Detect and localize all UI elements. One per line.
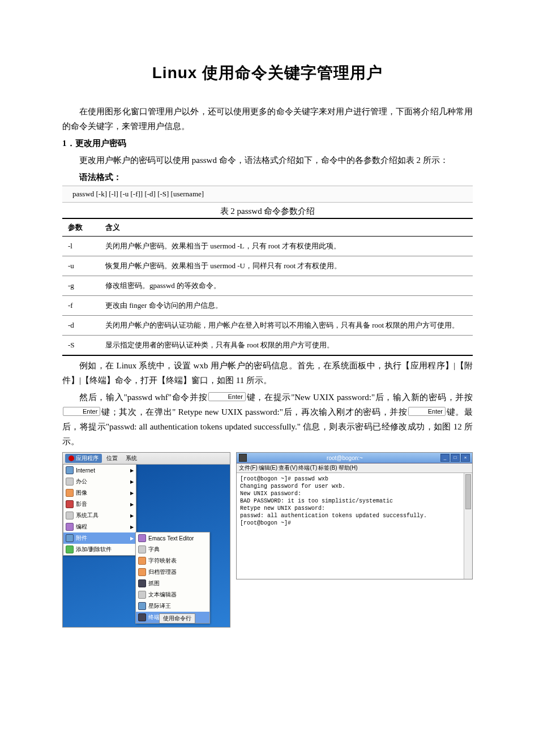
menu-item-office[interactable]: 办公▶ xyxy=(63,476,136,487)
programming-icon xyxy=(66,523,74,531)
page-title: Linux 使用命令关键字管理用户 xyxy=(62,62,473,84)
add-remove-icon xyxy=(66,545,74,553)
window-minimize-button[interactable]: _ xyxy=(440,454,450,462)
system-tools-icon xyxy=(66,512,74,519)
terminal-scrollbar[interactable] xyxy=(464,473,472,579)
window-maximize-button[interactable]: □ xyxy=(451,454,460,462)
syntax-code: passwd [-k] [-l] [-u [-f]] [-d] [-S] [us… xyxy=(62,186,473,203)
submenu-stardict[interactable]: 星际译王 xyxy=(136,600,209,612)
p3-mid1: 键，在提示"New UXIX password:"后，输入新的密码，并按 xyxy=(246,393,473,402)
figure-11-desktop: 应用程序 位置 系统 Internet▶ 办公▶ 图像▶ 影音▶ 系统工具▶ 编… xyxy=(62,452,230,628)
term-menu-edit[interactable]: 编辑(E) xyxy=(259,464,277,472)
run-command-button[interactable]: 使用命令行 xyxy=(159,613,195,624)
screenshot-icon xyxy=(138,579,146,587)
section-1-p1: 更改用户帐户的密码可以使用 passwd 命令，语法格式介绍如下，命令中的各参数… xyxy=(62,153,473,167)
table-row: -d关闭用户帐户的密码认证功能，用户帐户在登入时将可以不用输入密码，只有具备 r… xyxy=(62,316,473,336)
menu-applications[interactable]: 应用程序 xyxy=(65,454,102,463)
apps-menu-column: Internet▶ 办公▶ 图像▶ 影音▶ 系统工具▶ 编程▶ 附件▶ 添加/删… xyxy=(63,464,136,556)
redhat-icon xyxy=(69,456,74,461)
dictionary-icon xyxy=(138,545,146,553)
table-caption: 表 2 passwd 命令参数介绍 xyxy=(62,206,473,217)
accessories-submenu: Emacs Text Editor 字典 字符映射表 归档管理器 抓图 文本编辑… xyxy=(135,532,210,624)
term-menu-tabs[interactable]: 标签(B) xyxy=(318,464,337,472)
window-close-button[interactable]: × xyxy=(461,454,470,462)
submenu-emacs[interactable]: Emacs Text Editor xyxy=(136,532,209,544)
term-menu-help[interactable]: 帮助(H) xyxy=(339,464,358,472)
archive-icon xyxy=(138,568,146,576)
menu-system[interactable]: 系统 xyxy=(122,454,140,463)
term-menu-view[interactable]: 查看(V) xyxy=(279,464,297,472)
terminal-icon xyxy=(138,613,146,621)
menu-places[interactable]: 位置 xyxy=(103,454,121,463)
table-row: -f更改由 finger 命令访问的用户信息。 xyxy=(62,296,473,316)
figures-row: 应用程序 位置 系统 Internet▶ 办公▶ 图像▶ 影音▶ 系统工具▶ 编… xyxy=(62,452,473,628)
document-page: Linux 使用命令关键字管理用户 在使用图形化窗口管理用户以外，还可以使用更多… xyxy=(0,0,535,756)
accessories-icon xyxy=(66,534,74,542)
menu-item-system-tools[interactable]: 系统工具▶ xyxy=(63,510,136,521)
paragraph-3: 然后，输入"passwd whf"命令并按Enter键，在提示"New UXIX… xyxy=(62,390,473,449)
enter-key-1: Enter xyxy=(208,392,246,401)
submenu-archive[interactable]: 归档管理器 xyxy=(136,566,209,578)
params-table: 参数 含义 -l关闭用户帐户密码。效果相当于 usermod -L，只有 roo… xyxy=(62,218,473,356)
globe-icon xyxy=(66,466,74,474)
submenu-text-editor[interactable]: 文本编辑器 xyxy=(136,589,209,600)
p3-pre: 然后，输入"passwd whf"命令并按 xyxy=(79,393,208,402)
graphics-icon xyxy=(66,489,74,497)
figure-12-terminal: root@bogon:~ _ □ × 文件(F) 编辑(E) 查看(V) 终端(… xyxy=(236,452,473,579)
submenu-charmap[interactable]: 字符映射表 xyxy=(136,555,209,566)
terminal-title-text: root@bogon:~ xyxy=(250,455,439,461)
menu-item-accessories[interactable]: 附件▶ xyxy=(63,532,136,544)
terminal-menubar: 文件(F) 编辑(E) 查看(V) 终端(T) 标签(B) 帮助(H) xyxy=(237,463,472,473)
syntax-label: 语法格式： xyxy=(62,170,473,184)
table-row: -S显示指定使用者的密码认证种类，只有具备 root 权限的用户方可使用。 xyxy=(62,336,473,356)
menu-item-internet[interactable]: Internet▶ xyxy=(63,465,136,476)
gnome-menubar: 应用程序 位置 系统 xyxy=(63,453,230,465)
terminal-body-wrap: [root@bogon ~]# passwd wxb Changing pass… xyxy=(237,473,472,579)
menu-item-graphics[interactable]: 图像▶ xyxy=(63,487,136,499)
menu-item-programming[interactable]: 编程▶ xyxy=(63,521,136,532)
th-meaning: 含义 xyxy=(100,218,473,237)
paragraph-2: 例如，在 Linux 系统中，设置 wxb 用户帐户的密码信息。首先，在系统面板… xyxy=(62,358,473,388)
intro-paragraph: 在使用图形化窗口管理用户以外，还可以使用更多的命令关键字来对用户进行管理，下面将… xyxy=(62,104,473,134)
p3-mid2: 键；其次，在弹出" Retype new UXIX password:"后，再次… xyxy=(101,407,407,416)
section-1-heading: 1．更改用户密码 xyxy=(62,136,473,151)
term-menu-file[interactable]: 文件(F) xyxy=(239,464,258,472)
charmap-icon xyxy=(138,557,146,565)
submenu-screenshot[interactable]: 抓图 xyxy=(136,578,209,589)
office-icon xyxy=(66,478,74,486)
stardict-icon xyxy=(138,602,146,610)
table-row: -u恢复用户帐户密码。效果相当于 usermod -U，同样只有 root 才有… xyxy=(62,256,473,276)
enter-key-3: Enter xyxy=(408,407,446,416)
term-menu-terminal[interactable]: 终端(T) xyxy=(298,464,317,472)
terminal-output[interactable]: [root@bogon ~]# passwd wxb Changing pass… xyxy=(237,473,464,579)
multimedia-icon xyxy=(66,500,74,508)
th-param: 参数 xyxy=(62,218,100,237)
submenu-dictionary[interactable]: 字典 xyxy=(136,544,209,555)
menu-item-add-remove[interactable]: 添加/删除软件 xyxy=(63,544,136,555)
menu-item-av[interactable]: 影音▶ xyxy=(63,499,136,510)
enter-key-2: Enter xyxy=(63,407,100,416)
emacs-icon xyxy=(138,534,146,542)
text-editor-icon xyxy=(138,591,146,599)
table-row: -g修改组密码。gpasswd 的等效命令。 xyxy=(62,276,473,296)
terminal-titlebar: root@bogon:~ _ □ × xyxy=(237,453,472,463)
table-row: -l关闭用户帐户密码。效果相当于 usermod -L，只有 root 才有权使… xyxy=(62,237,473,256)
terminal-window-icon xyxy=(239,454,247,462)
